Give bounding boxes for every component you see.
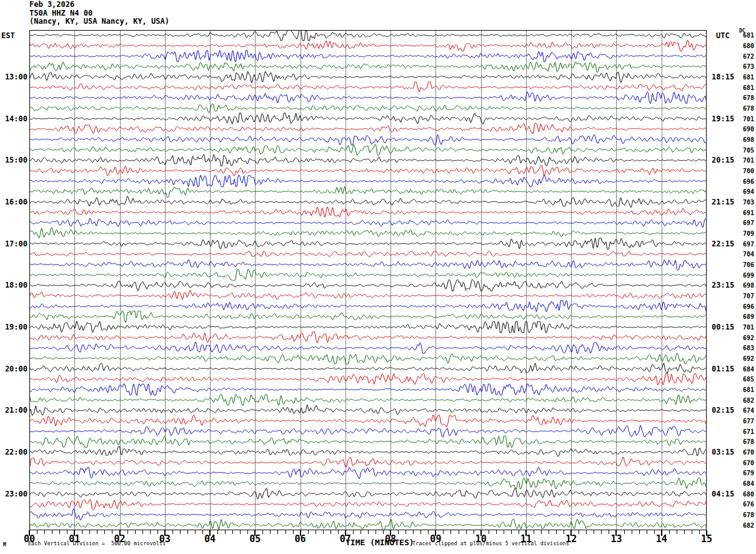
dc-value: 670 (739, 460, 754, 466)
major-tick (119, 530, 121, 536)
minor-tick (669, 530, 670, 534)
right-timezone-label: UTC (716, 31, 730, 40)
major-tick (300, 530, 301, 536)
minor-tick (240, 530, 241, 534)
dc-value: 673 (739, 63, 754, 70)
minor-tick (579, 530, 579, 534)
dc-value: 696 (739, 178, 754, 185)
utc-hour-label: 02:15 (712, 406, 734, 415)
left-hour-label: 16:00 (0, 198, 27, 206)
dc-value: 681 (739, 386, 754, 393)
minor-tick (308, 530, 309, 534)
dc-value: 676 (739, 501, 754, 508)
dc-value: 681 (739, 84, 754, 91)
minor-tick (59, 530, 60, 534)
dc-value: 678 (739, 511, 754, 518)
major-tick (615, 530, 617, 536)
minor-tick (293, 530, 294, 534)
minor-tick (97, 530, 97, 534)
dc-value: 681 (739, 32, 754, 39)
minor-tick (684, 530, 685, 534)
major-tick (254, 530, 256, 536)
minor-tick (496, 530, 497, 534)
major-tick (570, 530, 572, 536)
utc-hour-label: 21:15 (712, 198, 734, 206)
dc-value: 678 (739, 94, 754, 101)
minor-tick (624, 530, 625, 534)
minor-tick (504, 530, 504, 534)
minor-tick (225, 530, 226, 534)
left-hour-label: 23:00 (0, 490, 27, 498)
minor-tick (67, 530, 67, 534)
minor-tick (104, 530, 105, 534)
utc-hour-label: 03:15 (712, 448, 734, 456)
dc-value: 684 (739, 480, 754, 487)
left-hour-label: 20:00 (0, 365, 27, 373)
utc-hour-label: 04:15 (712, 490, 734, 498)
dc-value: 698 (739, 282, 754, 289)
minor-tick (376, 530, 376, 534)
dc-value: 671 (739, 428, 754, 435)
dc-value: 701 (739, 324, 754, 331)
utc-hour-label: 23:15 (712, 281, 734, 290)
dc-value: 696 (739, 303, 754, 310)
minor-tick (459, 530, 459, 534)
minor-tick (692, 530, 692, 534)
major-tick (164, 530, 166, 536)
dc-value: 705 (739, 147, 754, 154)
dc-value: 682 (739, 397, 754, 404)
dc-value: 681 (739, 74, 754, 81)
minor-tick (353, 530, 354, 534)
major-tick (74, 530, 75, 536)
major-tick (435, 530, 436, 536)
minor-tick (586, 530, 587, 534)
minor-tick (677, 530, 677, 534)
dc-value: 683 (739, 345, 754, 351)
helicorder-page: Feb 3,2026 T50A HHZ N4 00 (Nancy, KY, US… (0, 0, 756, 554)
minor-tick (549, 530, 549, 534)
dc-value: 699 (739, 272, 754, 279)
minor-tick (594, 530, 594, 534)
dc-value: 697 (739, 219, 754, 226)
corner-watermark: M (3, 542, 6, 548)
minor-tick (217, 530, 218, 534)
minor-tick (647, 530, 647, 534)
dc-value: 701 (739, 116, 754, 123)
minor-tick (556, 530, 557, 534)
left-hour-label: 21:00 (0, 406, 27, 415)
minor-tick (564, 530, 564, 534)
dc-value: 678 (739, 438, 754, 445)
minor-tick (180, 530, 181, 534)
minor-tick (413, 530, 414, 534)
minor-tick (142, 530, 143, 534)
minor-tick (534, 530, 534, 534)
left-hour-label: 19:00 (0, 323, 27, 331)
dc-value: 677 (739, 418, 754, 425)
minor-tick (89, 530, 90, 534)
header-date: Feb 3,2026 (29, 1, 74, 9)
minor-tick (187, 530, 188, 534)
utc-hour-label: 22:15 (712, 239, 734, 248)
minor-tick (172, 530, 173, 534)
dc-value: 692 (739, 335, 754, 341)
minor-tick (323, 530, 324, 534)
dc-value: 700 (739, 168, 754, 174)
dc-value: 704 (739, 251, 754, 258)
dc-value: 685 (739, 376, 754, 383)
left-hour-label: 15:00 (0, 156, 27, 164)
minor-tick (331, 530, 331, 534)
dc-value: 707 (739, 293, 754, 300)
helicorder-traces-canvas (29, 30, 707, 530)
left-hour-label: 22:00 (0, 448, 27, 456)
minor-tick (316, 530, 316, 534)
minor-tick (361, 530, 361, 534)
minor-tick (270, 530, 271, 534)
major-tick (525, 530, 527, 536)
minor-tick (277, 530, 278, 534)
minor-tick (609, 530, 609, 534)
major-tick (29, 530, 30, 536)
dc-value: 680 (739, 491, 754, 498)
minor-tick (443, 530, 444, 534)
minor-tick (368, 530, 369, 534)
minor-tick (428, 530, 429, 534)
